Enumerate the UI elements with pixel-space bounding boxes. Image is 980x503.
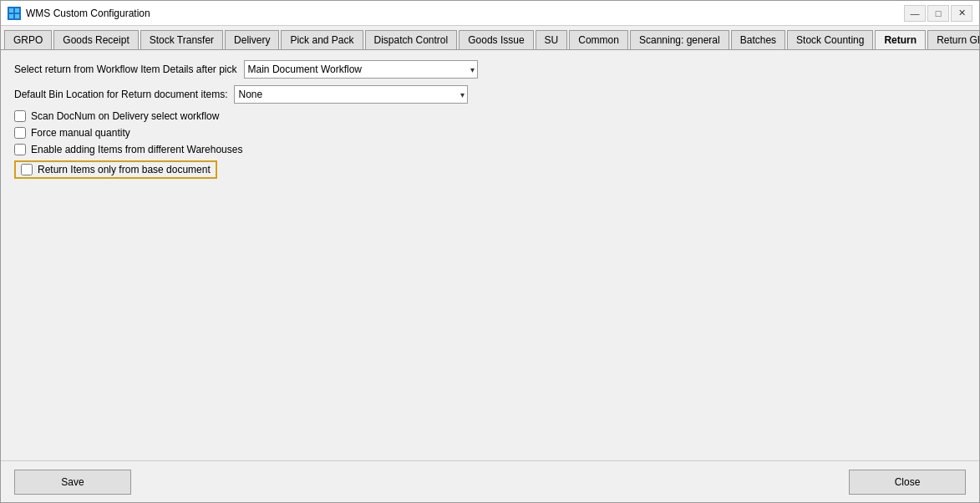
close-button[interactable]: Close: [849, 470, 966, 495]
checkbox4-label: Return Items only from base document: [38, 164, 211, 175]
tab-pick-and-pack[interactable]: Pick and Pack: [281, 30, 363, 50]
highlighted-checkbox4-container: Return Items only from base document: [14, 160, 217, 179]
tab-scanning-general[interactable]: Scanning: general: [630, 30, 729, 50]
svg-rect-3: [15, 14, 19, 18]
select-return-row: Select return from Workflow Item Details…: [14, 60, 966, 79]
tab-goods-issue[interactable]: Goods Issue: [459, 30, 533, 50]
default-bin-wrapper: None Option 1 Option 2: [234, 85, 468, 104]
default-bin-label: Default Bin Location for Return document…: [14, 89, 227, 100]
save-button[interactable]: Save: [14, 470, 131, 495]
tab-delivery[interactable]: Delivery: [225, 30, 279, 50]
checkbox2-label: Force manual quantity: [31, 127, 130, 139]
checkbox3-label: Enable adding Items from different Wareh…: [31, 144, 242, 155]
select-return-dropdown[interactable]: Main Document Workflow None Option 2: [244, 60, 478, 79]
tab-return[interactable]: Return: [875, 30, 926, 50]
scan-docnum-checkbox[interactable]: [14, 110, 26, 122]
title-bar: WMS Custom Configuration — □ ✕: [1, 1, 979, 26]
window-controls: — □ ✕: [904, 5, 972, 22]
tab-stock-transfer[interactable]: Stock Transfer: [140, 30, 223, 50]
checkbox1-label: Scan DocNum on Delivery select workflow: [31, 110, 219, 122]
checkbox4-row: Return Items only from base document: [14, 160, 966, 179]
tab-bar: GRPOGoods ReceiptStock TransferDeliveryP…: [1, 26, 979, 50]
title-bar-left: WMS Custom Configuration: [8, 7, 150, 20]
tab-dispatch-control[interactable]: Dispatch Control: [365, 30, 458, 50]
close-window-button[interactable]: ✕: [951, 5, 972, 22]
window-title: WMS Custom Configuration: [26, 8, 150, 19]
tab-goods-receipt[interactable]: Goods Receipt: [53, 30, 138, 50]
tab-return-grpo[interactable]: Return GRPO: [927, 30, 979, 50]
enable-adding-items-checkbox[interactable]: [14, 144, 26, 155]
footer: Save Close: [1, 460, 979, 502]
checkbox2-row: Force manual quantity: [14, 127, 966, 139]
return-items-only-checkbox[interactable]: [21, 164, 33, 175]
svg-rect-2: [9, 14, 13, 18]
select-return-wrapper: Main Document Workflow None Option 2: [244, 60, 478, 79]
tab-grpo[interactable]: GRPO: [4, 30, 52, 50]
select-return-label: Select return from Workflow Item Details…: [14, 64, 237, 75]
checkbox1-row: Scan DocNum on Delivery select workflow: [14, 110, 966, 122]
tab-su[interactable]: SU: [536, 30, 568, 50]
tab-common[interactable]: Common: [569, 30, 628, 50]
default-bin-row: Default Bin Location for Return document…: [14, 85, 966, 104]
tab-batches[interactable]: Batches: [731, 30, 785, 50]
app-icon: [8, 7, 21, 20]
content-area: Select return from Workflow Item Details…: [1, 50, 979, 460]
svg-rect-0: [9, 8, 13, 13]
maximize-button[interactable]: □: [927, 5, 949, 22]
default-bin-dropdown[interactable]: None Option 1 Option 2: [234, 85, 468, 104]
force-manual-quantity-checkbox[interactable]: [14, 127, 26, 139]
tab-stock-counting[interactable]: Stock Counting: [787, 30, 873, 50]
svg-rect-1: [15, 8, 19, 13]
main-window: WMS Custom Configuration — □ ✕ GRPOGoods…: [0, 0, 980, 503]
checkbox3-row: Enable adding Items from different Wareh…: [14, 144, 966, 155]
minimize-button[interactable]: —: [904, 5, 926, 22]
